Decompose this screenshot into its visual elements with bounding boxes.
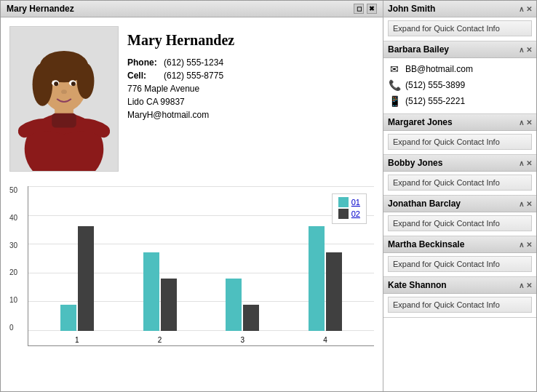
contact-card-6: Kate Shannon∧✕Expand for Quick Contact I…	[383, 277, 536, 318]
card-body-4: Expand for Quick Contact Info	[383, 212, 536, 236]
bars-area	[28, 186, 374, 331]
bar-02-3	[243, 305, 259, 331]
card-header-1: Barbara Bailey∧✕	[383, 41, 536, 58]
collapse-icon-3[interactable]: ∧	[519, 159, 524, 167]
card-header-4: Jonathan Barclay∧✕	[383, 196, 536, 212]
left-panel-title: Mary Hernandez	[7, 4, 74, 14]
card-header-3: Bobby Jones∧✕	[383, 155, 536, 172]
expand-button-0[interactable]: Expand for Quick Contact Info	[388, 20, 532, 36]
restore-icon[interactable]: ◻	[354, 4, 364, 14]
svg-rect-12	[52, 113, 76, 128]
bar-group-3	[226, 279, 259, 331]
collapse-icon-2[interactable]: ∧	[519, 119, 524, 127]
card-name-2: Margaret Jones	[388, 117, 453, 127]
chart-area: 1234 01 02	[28, 186, 374, 346]
collapse-icon-1[interactable]: ∧	[519, 46, 524, 54]
phone-label: Phone:	[127, 57, 164, 68]
y-label-30: 30	[9, 241, 25, 249]
left-panel: Mary Hernandez ◻ ✖	[1, 1, 383, 391]
expand-button-2[interactable]: Expand for Quick Contact Info	[388, 134, 532, 150]
cell-value: (612) 555-8775	[164, 71, 223, 81]
card-close-icon-2[interactable]: ✕	[526, 119, 532, 127]
card-name-0: John Smith	[388, 4, 435, 14]
card-header-icons-3: ∧✕	[519, 159, 532, 167]
y-label-50: 50	[9, 186, 25, 194]
bar-01-2	[143, 252, 159, 331]
contact-details: Mary Hernandez Phone: (612) 555-1234 Cel…	[127, 26, 374, 172]
card-name-3: Bobby Jones	[388, 158, 442, 168]
expand-button-6[interactable]: Expand for Quick Contact Info	[388, 297, 532, 313]
expand-button-5[interactable]: Expand for Quick Contact Info	[388, 256, 532, 272]
collapse-icon-4[interactable]: ∧	[519, 200, 524, 208]
chart-legend: 01 02	[332, 193, 367, 224]
contacts-scroll[interactable]: John Smith∧✕Expand for Quick Contact Inf…	[383, 1, 536, 391]
contact-card-5: Martha Beckinsale∧✕Expand for Quick Cont…	[383, 236, 536, 277]
card-close-icon-3[interactable]: ✕	[526, 159, 532, 167]
card-close-icon-5[interactable]: ✕	[526, 241, 532, 249]
contact-card-2: Margaret Jones∧✕Expand for Quick Contact…	[383, 114, 536, 155]
main-window: Mary Hernandez ◻ ✖	[0, 0, 537, 392]
x-label-3: 3	[241, 336, 245, 344]
detail-row-1-0: ✉BB@hotmail.com	[388, 61, 532, 77]
card-header-icons-1: ∧✕	[519, 46, 532, 54]
collapse-icon-0[interactable]: ∧	[519, 5, 524, 13]
card-body-0: Expand for Quick Contact Info	[383, 17, 536, 41]
card-body-6: Expand for Quick Contact Info	[383, 294, 536, 317]
email: MaryH@hotmail.com	[127, 110, 374, 120]
collapse-icon-6[interactable]: ∧	[519, 281, 524, 289]
svg-point-11	[61, 89, 67, 94]
x-label-1: 1	[75, 336, 79, 344]
card-name-5: Martha Beckinsale	[388, 239, 464, 249]
card-header-5: Martha Beckinsale∧✕	[383, 236, 536, 253]
card-body-3: Expand for Quick Contact Info	[383, 172, 536, 195]
legend-label-01[interactable]: 01	[351, 198, 360, 207]
y-label-20: 20	[9, 268, 25, 276]
contact-card-1: Barbara Bailey∧✕✉BB@hotmail.com📞(512) 55…	[383, 41, 536, 114]
card-close-icon-0[interactable]: ✕	[526, 5, 532, 13]
legend-item-01: 01	[338, 197, 360, 207]
collapse-icon-5[interactable]: ∧	[519, 241, 524, 249]
card-name-6: Kate Shannon	[388, 280, 447, 290]
expand-button-3[interactable]: Expand for Quick Contact Info	[388, 175, 532, 191]
left-panel-header: Mary Hernandez ◻ ✖	[1, 1, 383, 17]
cell-label: Cell:	[127, 71, 164, 81]
bar-group-4	[309, 226, 342, 331]
bar-01-3	[226, 279, 242, 331]
card-name-1: Barbara Bailey	[388, 44, 449, 55]
contact-photo	[9, 26, 119, 172]
svg-point-5	[33, 63, 53, 106]
card-close-icon-4[interactable]: ✕	[526, 200, 532, 208]
detail-value-1-2: (512) 555-2221	[405, 96, 465, 106]
card-body-5: Expand for Quick Contact Info	[383, 253, 536, 276]
card-header-icons-5: ∧✕	[519, 241, 532, 249]
legend-item-02: 02	[338, 209, 360, 219]
card-close-icon-1[interactable]: ✕	[526, 46, 532, 54]
card-header-icons-4: ∧✕	[519, 200, 532, 208]
y-label-40: 40	[9, 214, 25, 222]
card-body-1: ✉BB@hotmail.com📞(512) 555-3899📱(512) 555…	[383, 58, 536, 113]
bar-01-1	[60, 305, 76, 331]
card-close-icon-6[interactable]: ✕	[526, 281, 532, 289]
detail-row-1-2: 📱(512) 555-2221	[388, 93, 532, 109]
bar-02-1	[78, 226, 94, 331]
detail-icon-1-0: ✉	[388, 63, 401, 75]
legend-label-02[interactable]: 02	[351, 209, 360, 218]
address1: 776 Maple Avenue	[127, 84, 374, 94]
expand-button-4[interactable]: Expand for Quick Contact Info	[388, 215, 532, 231]
card-header-icons-0: ∧✕	[519, 5, 532, 13]
contact-info-section: Mary Hernandez Phone: (612) 555-1234 Cel…	[1, 17, 383, 180]
contact-card-4: Jonathan Barclay∧✕Expand for Quick Conta…	[383, 196, 536, 236]
x-labels: 1234	[28, 336, 374, 344]
detail-icon-1-1: 📞	[388, 79, 401, 91]
cell-field: Cell: (612) 555-8775	[127, 71, 374, 81]
legend-color-01	[338, 197, 349, 207]
y-axis: 0 10 20 30 40 50	[9, 186, 28, 346]
y-label-10: 10	[9, 296, 25, 304]
bar-group-2	[143, 252, 177, 331]
card-name-4: Jonathan Barclay	[388, 199, 461, 209]
right-panel: John Smith∧✕Expand for Quick Contact Inf…	[383, 1, 536, 391]
card-header-6: Kate Shannon∧✕	[383, 277, 536, 294]
close-icon[interactable]: ✖	[367, 4, 377, 14]
svg-point-6	[77, 63, 95, 99]
contact-photo-svg	[10, 26, 118, 172]
